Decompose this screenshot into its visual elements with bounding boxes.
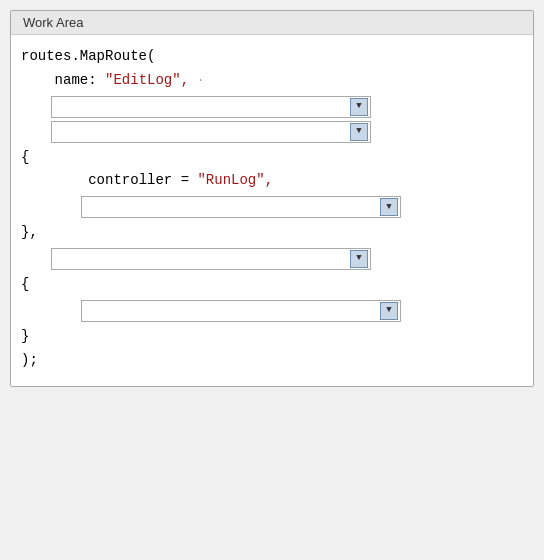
dropdown-arrow-3[interactable]: ▼ (380, 198, 398, 216)
dropdown-2[interactable]: ▼ (51, 121, 371, 143)
code-brace-close2: } (21, 325, 29, 349)
dropdown-wrapper-3: ▼ (21, 196, 519, 218)
dropdown-arrow-2[interactable]: ▼ (350, 123, 368, 141)
dropdown-wrapper-2: ▼ (21, 121, 519, 143)
code-area: routes.MapRoute( name: "EditLog", · ▼ ▼ (11, 35, 533, 386)
dropdown-arrow-4[interactable]: ▼ (350, 250, 368, 268)
code-value-4: "RunLog", (197, 169, 273, 193)
code-line-end: ); (21, 349, 519, 373)
code-key-4: controller = (88, 169, 197, 193)
work-area-container: Work Area routes.MapRoute( name: "EditLo… (10, 10, 534, 387)
dropdown-1[interactable]: ▼ (51, 96, 371, 118)
code-brace-open1: { (21, 146, 29, 170)
work-area-header: Work Area (11, 11, 533, 35)
dropdown-wrapper-4: ▼ (21, 248, 519, 270)
dropdown-wrapper-1: ▼ (21, 96, 519, 118)
dropdown-wrapper-5: ▼ (21, 300, 519, 322)
dropdown-arrow-5[interactable]: ▼ (380, 302, 398, 320)
code-brace-close1: }, (21, 221, 38, 245)
code-end: ); (21, 349, 38, 373)
code-indent-2 (21, 69, 55, 93)
work-area-title: Work Area (23, 15, 83, 30)
code-line-controller: controller = "RunLog", (21, 169, 519, 193)
code-line-open1: { (21, 146, 519, 170)
code-value-2: "EditLog", (105, 69, 189, 93)
code-line-close1: }, (21, 221, 519, 245)
dropdown-arrow-1[interactable]: ▼ (350, 98, 368, 116)
code-line-close2: } (21, 325, 519, 349)
code-line-1: routes.MapRoute( (21, 45, 519, 69)
dropdown-5[interactable]: ▼ (81, 300, 401, 322)
code-brace-open2: { (21, 273, 29, 297)
dot-separator: · (197, 71, 204, 91)
dropdown-3[interactable]: ▼ (81, 196, 401, 218)
code-line-open2: { (21, 273, 519, 297)
code-text-1: routes.MapRoute( (21, 45, 155, 69)
code-key-2: name: (55, 69, 105, 93)
code-line-2: name: "EditLog", · (21, 69, 519, 93)
code-indent-4 (21, 169, 88, 193)
dropdown-4[interactable]: ▼ (51, 248, 371, 270)
